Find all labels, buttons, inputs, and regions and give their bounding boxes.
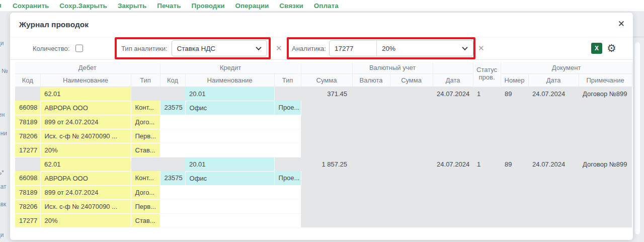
analytics-code-input[interactable]: [330, 41, 377, 56]
cell: Конт...: [131, 171, 160, 185]
modal-title: Журнал проводок: [19, 20, 89, 29]
cell: Конт...: [131, 101, 160, 115]
cell: 23575: [160, 101, 185, 115]
posting-detail-row[interactable]: 66098АВРОРА ОООКонт...23575ОфисПрое...: [15, 171, 632, 185]
toolbar-item[interactable]: Сохр.Закрыть: [59, 2, 107, 10]
gear-icon[interactable]: ⚙: [607, 42, 616, 54]
cell: Перв...: [131, 129, 160, 143]
cell: 17277: [15, 143, 40, 157]
cell: [433, 129, 473, 143]
toolbar-item[interactable]: Проводки: [191, 2, 224, 10]
page-scrollbar[interactable]: [635, 42, 640, 234]
cell: [352, 143, 390, 157]
cell: [390, 87, 433, 101]
cell: 24.07.2024: [433, 157, 473, 171]
posting-detail-row[interactable]: 78206Исх. с-ф № 24070090 ...Перв...: [15, 199, 632, 213]
journal-table-body: 62.0120.01371.4524.07.202418924.07.2024Д…: [15, 87, 632, 227]
cell: 78189: [15, 115, 40, 129]
cell: [274, 115, 301, 129]
cell: [352, 157, 390, 171]
cell: 66098: [15, 101, 40, 115]
cell: [352, 87, 390, 101]
posting-detail-row[interactable]: 78206Исх. с-ф № 24070090 ...Перв...: [15, 129, 632, 143]
toolbar-item[interactable]: Операции: [235, 2, 269, 10]
clear-analytics-type-icon[interactable]: ✕: [276, 44, 282, 53]
col-header: Сумма: [301, 73, 352, 87]
cell: [274, 185, 301, 199]
analytics-highlight-box: Аналитика: 20%: [287, 37, 475, 59]
background-text-fragment: авк: [0, 201, 6, 208]
clear-analytics-icon[interactable]: ✕: [478, 44, 485, 53]
cell: [185, 185, 274, 199]
cell: [185, 115, 274, 129]
col-header: Дата: [528, 73, 579, 87]
posting-main-row[interactable]: 62.0120.011 857.2524.07.202418924.07.202…: [15, 157, 632, 171]
posting-detail-row[interactable]: 1727720%Став...: [15, 143, 632, 157]
cell: 24.07.2024: [433, 87, 473, 101]
posting-main-row[interactable]: 62.0120.01371.4524.07.202418924.07.2024Д…: [15, 87, 632, 101]
cell: [352, 115, 390, 129]
cell: [501, 171, 528, 185]
quantity-checkbox[interactable]: [75, 45, 83, 52]
cell: Договор №899: [579, 87, 632, 101]
col-header: Номер: [501, 73, 528, 87]
posting-detail-row[interactable]: 78189899 от 24.07.2024Дого...: [15, 185, 632, 199]
analytics-type-select[interactable]: Ставка НДС: [172, 40, 267, 56]
cell: 1 857.25: [301, 157, 352, 171]
cell: Став...: [131, 213, 160, 227]
cell: [160, 143, 185, 157]
toolbar-item[interactable]: Сохранить: [13, 2, 49, 10]
cell: 17277: [15, 213, 40, 227]
cell: 66098: [15, 171, 40, 185]
cell: [579, 185, 632, 199]
cell: 89: [501, 157, 528, 171]
cell: [528, 101, 579, 115]
background-text-fragment: ен: [0, 111, 5, 118]
cell: 371.45: [301, 87, 352, 101]
posting-detail-row[interactable]: 66098АВРОРА ОООКонт...23575ОфисПрое...: [15, 101, 632, 115]
background-text-fragment: ци: [0, 40, 4, 47]
filter-bar: Количество: Тип аналитики: Ставка НДС ✕ …: [10, 37, 633, 60]
cell: [301, 185, 352, 199]
header-spacer: [301, 62, 352, 73]
posting-detail-row[interactable]: 78189899 от 24.07.2024Дого...: [15, 115, 632, 129]
analytics-label: Аналитика:: [289, 45, 326, 52]
toolbar-item[interactable]: Закрыть: [118, 2, 146, 10]
cell: 78206: [15, 129, 40, 143]
posting-detail-row[interactable]: 1727720%Став...: [15, 213, 632, 227]
col-header: Код: [15, 73, 40, 87]
cell: Дого...: [131, 185, 160, 199]
background-text-fragment: нат: [0, 183, 7, 190]
cell: [160, 115, 185, 129]
cell: [185, 199, 274, 213]
cell: [390, 213, 433, 227]
col-header: Тип: [131, 73, 160, 87]
cell: Прое...: [274, 171, 301, 185]
cell: [501, 115, 528, 129]
cell: [274, 87, 301, 101]
excel-export-button[interactable]: X: [591, 43, 602, 54]
cell: [528, 129, 579, 143]
cell: [433, 101, 473, 115]
analytics-type-value: Ставка НДС: [172, 45, 216, 52]
cell: [185, 129, 274, 143]
cell: [15, 87, 40, 101]
background-divider-line: [632, 37, 644, 37]
close-icon[interactable]: ✕: [618, 19, 625, 29]
cell: 78206: [15, 199, 40, 213]
cell: [160, 157, 185, 171]
cell: [160, 185, 185, 199]
cell: [579, 101, 632, 115]
cell: [390, 143, 433, 157]
toolbar-clipped-text: я: [0, 2, 2, 9]
cell: [274, 199, 301, 213]
cell: [301, 101, 352, 115]
toolbar-item[interactable]: Связки: [279, 2, 303, 10]
cell: 62.01: [40, 157, 131, 171]
cell: [301, 199, 352, 213]
cell: Дого...: [131, 115, 160, 129]
toolbar-item[interactable]: Печать: [157, 2, 181, 10]
cell: [501, 143, 528, 157]
toolbar-item[interactable]: Оплата: [314, 2, 339, 10]
cell: [390, 171, 433, 185]
